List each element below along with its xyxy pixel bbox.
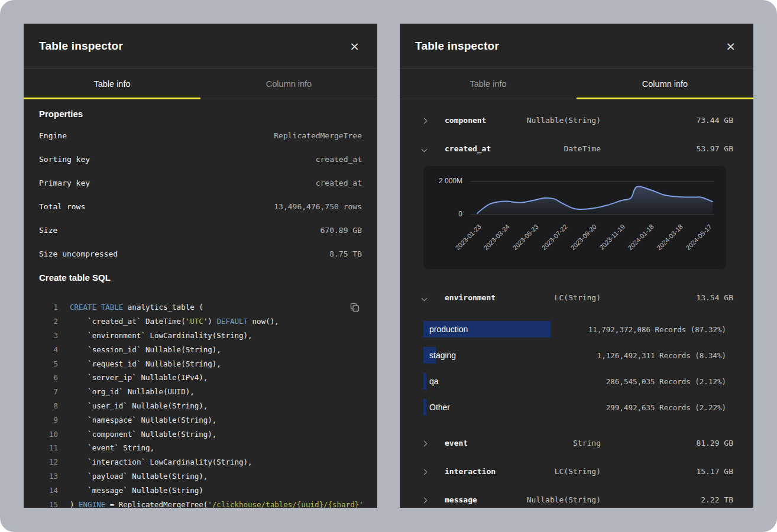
sql-line: 6 `server_ip` Nullable(IPv4), [39, 371, 362, 385]
property-label: Engine [39, 131, 67, 140]
properties-list: EngineReplicatedMergeTreeSorting keycrea… [39, 124, 362, 265]
created-at-distribution-chart: 2 000M02023-01-232023-03-242023-05-23202… [423, 166, 726, 269]
sql-code-lines: 1CREATE TABLE analytics_table (2 `create… [39, 300, 362, 508]
panel-header: Table inspector × [400, 24, 753, 69]
sql-line-text: `event` String, [70, 443, 154, 452]
column-type: DateTime [564, 144, 601, 153]
column-size: 2.22 TB [701, 495, 733, 504]
chevron-down-icon [420, 292, 445, 303]
tab-bar: Table info Column info [24, 69, 377, 99]
tab-column-info[interactable]: Column info [200, 69, 377, 99]
sql-line-number: 5 [39, 359, 58, 368]
sql-line-text: `server_ip` Nullable(IPv4), [70, 373, 208, 382]
column-type: LC(String) [555, 467, 601, 476]
sql-line-text: `created_at` DateTime('UTC') DEFAULT now… [70, 317, 279, 326]
copy-icon[interactable] [349, 301, 361, 315]
sql-code-block: 1CREATE TABLE analytics_table (2 `create… [39, 300, 362, 508]
tab-table-info[interactable]: Table info [24, 69, 200, 99]
sql-line-text: `namespace` Nullable(String), [70, 416, 216, 424]
property-label: Size uncompressed [39, 249, 118, 258]
property-value: created_at [316, 155, 362, 164]
sql-line-text: `session_id` Nullable(String), [70, 345, 221, 354]
table-inspector-panel-right: Table inspector × Table info Column info… [400, 24, 753, 508]
sql-line: 9 `namespace` Nullable(String), [39, 413, 362, 427]
panel-title: Table inspector [415, 40, 499, 53]
column-row[interactable]: componentNullable(String)73.44 GB [420, 106, 733, 134]
property-value: 8.75 TB [329, 249, 362, 258]
column-row[interactable]: created_atDateTime53.97 GB [420, 134, 733, 163]
column-name: interaction [445, 467, 555, 476]
chevron-right-icon [420, 437, 445, 448]
sql-line-number: 8 [39, 401, 58, 410]
chevron-right-icon [420, 466, 445, 476]
sql-line: 11 `event` String, [39, 441, 362, 455]
environment-value-records: 11,792,372,086 Records (87.32%) [588, 325, 733, 334]
column-type: Nullable(String) [527, 116, 601, 125]
sql-line-number: 2 [39, 317, 58, 326]
environment-value-row: production11,792,372,086 Records (87.32%… [420, 316, 733, 342]
sql-line: 15) ENGINE = ReplicatedMergeTree('/click… [39, 497, 362, 508]
sql-line-number: 3 [39, 331, 58, 340]
sql-line-text: `user_id` Nullable(String), [70, 401, 208, 410]
sql-line-text: ) ENGINE = ReplicatedMergeTree('/clickho… [70, 500, 364, 508]
chevron-down-icon [420, 143, 445, 154]
column-type: Nullable(String) [527, 495, 601, 504]
property-value: 13,496,476,750 rows [274, 202, 362, 211]
sql-line-number: 13 [39, 472, 58, 481]
environment-value-row: staging1,126,492,311 Records (8.34%) [420, 342, 733, 368]
column-list: componentNullable(String)73.44 GBcreated… [400, 99, 753, 508]
environment-value-label: staging [429, 351, 456, 360]
property-row: Size670.89 GB [39, 218, 362, 242]
column-size: 13.54 GB [696, 293, 733, 302]
sql-line-number: 11 [39, 443, 58, 452]
property-row: Total rows13,496,476,750 rows [39, 194, 362, 218]
property-label: Size [39, 226, 57, 235]
column-row[interactable]: interactionLC(String)15.17 GB [420, 457, 733, 485]
panel-title: Table inspector [39, 40, 123, 53]
area-chart-svg [423, 166, 726, 269]
sql-line: 2 `created_at` DateTime('UTC') DEFAULT n… [39, 314, 362, 329]
sql-line: 7 `org_id` Nullable(UUID), [39, 385, 362, 399]
chevron-right-icon [420, 494, 445, 505]
sql-line: 4 `session_id` Nullable(String), [39, 342, 362, 356]
column-size: 15.17 GB [696, 467, 733, 476]
sql-line-number: 6 [39, 373, 58, 382]
sql-line-text: `org_id` Nullable(UUID), [70, 387, 195, 396]
column-name: created_at [445, 144, 564, 153]
close-icon[interactable]: × [347, 39, 362, 53]
property-value: created_at [316, 179, 362, 187]
environment-value-records: 286,545,035 Records (2.12%) [606, 377, 733, 386]
environment-value-list: production11,792,372,086 Records (87.32%… [420, 316, 733, 420]
sql-line-number: 4 [39, 345, 58, 354]
table-info-body: Properties EngineReplicatedMergeTreeSort… [24, 99, 377, 508]
properties-heading: Properties [39, 109, 362, 119]
column-type: LC(String) [555, 293, 601, 302]
column-row[interactable]: eventString81.29 GB [420, 429, 733, 457]
environment-value-row: Other299,492,635 Records (2.22%) [420, 394, 733, 420]
environment-value-bar [423, 399, 426, 416]
tab-bar: Table info Column info [400, 69, 753, 99]
sql-line-text: `request_id` Nullable(String), [70, 359, 221, 368]
sql-line-text: `interaction` LowCardinality(String), [70, 458, 252, 466]
column-row[interactable]: messageNullable(String)2.22 TB [420, 485, 733, 508]
y-axis-label-zero: 0 [426, 210, 462, 218]
sql-line: 8 `user_id` Nullable(String), [39, 399, 362, 413]
tab-column-info[interactable]: Column info [577, 69, 753, 99]
sql-line-text: `environment` LowCardinality(String), [70, 331, 252, 340]
sql-line: 12 `interaction` LowCardinality(String), [39, 455, 362, 469]
sql-line-number: 12 [39, 458, 58, 466]
sql-line-text: `component` Nullable(String), [70, 430, 216, 439]
tab-table-info[interactable]: Table info [400, 69, 577, 99]
sql-line: 5 `request_id` Nullable(String), [39, 356, 362, 371]
property-row: Size uncompressed8.75 TB [39, 242, 362, 265]
column-size: 81.29 GB [696, 439, 733, 447]
property-label: Sorting key [39, 155, 90, 164]
sql-line: 14 `message` Nullable(String) [39, 483, 362, 497]
y-axis-label-max: 2 000M [426, 177, 462, 185]
column-name: event [445, 439, 573, 447]
sql-line-text: `payload` Nullable(String), [70, 472, 208, 481]
column-row[interactable]: environmentLC(String)13.54 GB [420, 283, 733, 312]
property-row: EngineReplicatedMergeTree [39, 124, 362, 147]
sql-line-number: 7 [39, 387, 58, 396]
close-icon[interactable]: × [723, 39, 738, 53]
